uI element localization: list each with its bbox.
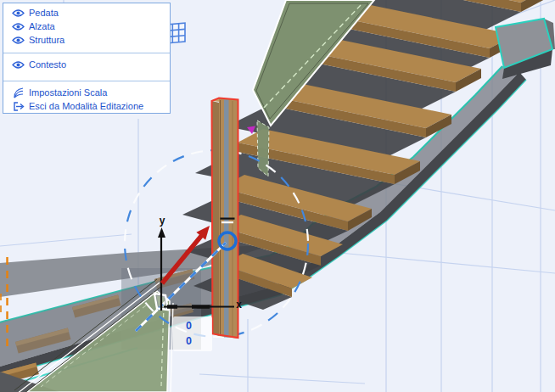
- menu-item-label: Struttura: [29, 33, 64, 47]
- exit-icon: [11, 101, 25, 112]
- menu-separator: [3, 81, 170, 81]
- x-axis-label: x: [236, 299, 242, 311]
- tracker-field-x[interactable]: 0: [173, 318, 212, 333]
- tracker-field-y[interactable]: 0: [173, 333, 212, 349]
- eye-icon: [11, 8, 25, 18]
- eye-icon: [11, 60, 25, 70]
- menu-item-pedata[interactable]: Pedata: [3, 6, 170, 20]
- coordinate-tracker: 0 0: [173, 316, 212, 351]
- eye-icon: [11, 22, 25, 31]
- menu-item-impostazioni-scala[interactable]: Impostazioni Scala: [3, 86, 170, 99]
- menu-item-label: Esci da Modalità Editazione: [29, 99, 143, 113]
- menu-item-label: Impostazioni Scala: [29, 86, 107, 99]
- menu-item-label: Pedata: [29, 6, 59, 20]
- context-menu: Pedata Alzata Struttura Contesto Imposta…: [3, 3, 171, 114]
- stair-settings-icon: [11, 87, 25, 98]
- menu-item-esci[interactable]: Esci da Modalità Editazione: [3, 99, 170, 113]
- menu-separator: [3, 53, 170, 53]
- y-axis-label: y: [160, 215, 165, 227]
- menu-item-struttura[interactable]: Struttura: [3, 33, 170, 47]
- menu-item-alzata[interactable]: Alzata: [3, 20, 170, 33]
- menu-item-label: Contesto: [29, 58, 66, 71]
- menu-item-label: Alzata: [29, 20, 55, 33]
- menu-item-contesto[interactable]: Contesto: [3, 58, 170, 71]
- eye-icon: [11, 36, 25, 45]
- app-viewport: y x Pedata Alzata: [0, 0, 555, 392]
